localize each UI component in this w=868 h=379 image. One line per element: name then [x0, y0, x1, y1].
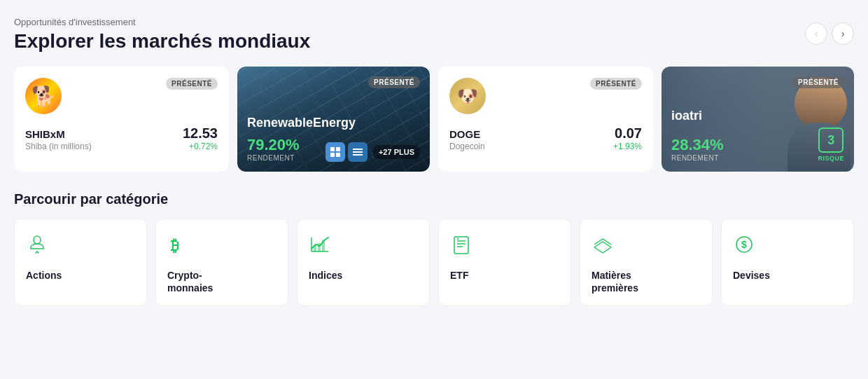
shibxm-change: +0.72% [183, 142, 218, 151]
category-section-title: Parcourir par catégorie [14, 191, 854, 207]
category-crypto[interactable]: ₿ Crypto-monnaies [155, 219, 288, 306]
svg-rect-2 [330, 153, 335, 157]
prev-button[interactable]: ‹ [805, 22, 827, 45]
doge-name: DOGE [449, 128, 485, 140]
page-subtitle: Opportunités d'investissement [14, 17, 310, 27]
devises-icon: $ [733, 233, 755, 259]
svg-rect-4 [353, 149, 363, 150]
shibxm-badge: PRÉSENTÉ [166, 78, 218, 90]
svg-rect-0 [330, 147, 335, 151]
svg-rect-5 [353, 151, 363, 153]
svg-rect-1 [336, 147, 340, 151]
doge-logo: 🐶 [449, 78, 486, 114]
svg-rect-12 [322, 240, 325, 251]
next-button[interactable]: › [832, 22, 854, 45]
devises-label: Devises [733, 269, 770, 282]
page-title: Explorer les marchés mondiaux [14, 30, 310, 53]
shibxm-logo: 🐕 [25, 78, 62, 114]
ioatri-badge: PRÉSENTÉ [792, 76, 844, 88]
doge-change: +1.93% [613, 142, 642, 151]
indices-icon [309, 233, 331, 259]
card-ioatri[interactable]: PRÉSENTÉ ioatri 28.34% RENDEMENT 3 RISQU… [662, 67, 854, 172]
etf-icon [450, 233, 472, 259]
ioatri-rendement-label: RENDEMENT [671, 154, 724, 162]
matieres-label: Matièrespremières [592, 269, 638, 294]
svg-text:$: $ [741, 239, 747, 250]
actions-icon [26, 233, 48, 259]
categories-row: Actions ₿ Crypto-monnaies Indices [14, 219, 854, 306]
svg-rect-3 [336, 153, 340, 157]
actions-label: Actions [26, 269, 62, 282]
shibxm-name: SHIBxM [25, 128, 92, 140]
doge-price: 0.07 [613, 125, 642, 142]
crypto-icon: ₿ [167, 233, 190, 259]
card-doge[interactable]: 🐶 PRÉSENTÉ DOGE Dogecoin 0.07 +1.93% [438, 67, 653, 172]
indices-label: Indices [309, 269, 342, 282]
crypto-label: Crypto-monnaies [167, 269, 213, 294]
doge-badge: PRÉSENTÉ [590, 78, 642, 90]
ioatri-name: ioatri [671, 109, 844, 123]
renewable-plus: +27 PLUS [373, 145, 420, 159]
svg-rect-11 [318, 243, 321, 251]
ioatri-rendement: 28.34% [671, 136, 724, 154]
renewable-name: RenewableEnergy [247, 116, 420, 130]
renewable-rendement: 79.20% [247, 136, 300, 154]
svg-rect-6 [353, 154, 363, 156]
renewable-icon2 [348, 142, 368, 162]
svg-text:₿: ₿ [171, 237, 178, 254]
ioatri-risk-label: RISQUE [818, 155, 844, 162]
renewable-icon1 [326, 142, 345, 162]
ioatri-risk-value: 3 [818, 128, 844, 153]
shibxm-price: 12.53 [183, 125, 218, 142]
investment-cards: 🐕 PRÉSENTÉ SHIBxM Shiba (in millions) 12… [14, 67, 854, 172]
renewable-badge: PRÉSENTÉ [368, 76, 420, 88]
doge-desc: Dogecoin [449, 142, 485, 151]
svg-rect-10 [314, 246, 316, 251]
svg-rect-13 [454, 237, 468, 254]
category-etf[interactable]: ETF [438, 219, 571, 306]
category-devises[interactable]: $ Devises [721, 219, 854, 306]
matieres-icon [592, 233, 614, 259]
category-actions[interactable]: Actions [14, 219, 147, 306]
category-indices[interactable]: Indices [297, 219, 430, 306]
category-matieres[interactable]: Matièrespremières [580, 219, 713, 306]
etf-label: ETF [450, 269, 468, 282]
card-renewable[interactable]: PRÉSENTÉ RenewableEnergy 79.20% RENDEMEN… [237, 67, 430, 172]
shibxm-desc: Shiba (in millions) [25, 142, 92, 151]
renewable-rendement-label: RENDEMENT [247, 154, 300, 162]
card-shibxm[interactable]: 🐕 PRÉSENTÉ SHIBxM Shiba (in millions) 12… [14, 67, 229, 172]
